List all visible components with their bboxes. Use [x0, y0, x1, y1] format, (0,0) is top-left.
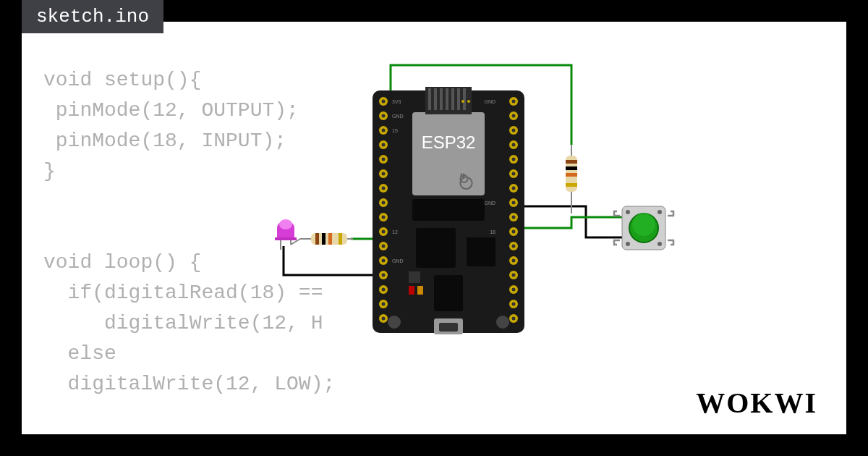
wokwi-logo: WOKWI — [696, 386, 817, 420]
circuit-diagram[interactable]: ESP32 — [268, 51, 774, 369]
svg-point-26 — [382, 114, 386, 118]
svg-rect-12 — [412, 199, 485, 221]
svg-point-76 — [512, 245, 516, 248]
svg-rect-3 — [428, 88, 431, 110]
svg-rect-113 — [566, 173, 577, 177]
resistor-left[interactable] — [300, 233, 353, 245]
svg-point-62 — [512, 143, 516, 147]
svg-text:12: 12 — [392, 229, 398, 235]
svg-rect-4 — [434, 88, 437, 110]
svg-rect-106 — [328, 233, 332, 245]
svg-point-72 — [512, 216, 516, 219]
svg-point-78 — [512, 259, 516, 263]
svg-text:GND: GND — [392, 114, 404, 119]
svg-point-68 — [512, 187, 516, 190]
svg-rect-111 — [566, 160, 577, 164]
svg-rect-112 — [566, 166, 577, 170]
svg-point-21 — [388, 316, 401, 329]
svg-rect-16 — [467, 237, 495, 266]
svg-point-22 — [496, 316, 509, 329]
svg-rect-96 — [277, 228, 294, 238]
svg-text:GND: GND — [392, 258, 404, 263]
svg-point-80 — [512, 274, 516, 277]
svg-text:GND: GND — [484, 200, 495, 206]
svg-rect-5 — [440, 88, 443, 110]
svg-rect-17 — [409, 286, 414, 295]
esp32-board[interactable]: ESP32 — [373, 87, 524, 334]
svg-rect-98 — [275, 237, 297, 240]
svg-rect-104 — [315, 233, 319, 245]
svg-point-82 — [512, 288, 516, 292]
code-line: } — [43, 160, 56, 182]
svg-point-11 — [467, 100, 470, 103]
svg-text:18: 18 — [490, 229, 495, 235]
svg-rect-9 — [463, 88, 466, 110]
board-label: ESP32 — [422, 132, 476, 152]
svg-text:3V3: 3V3 — [392, 99, 401, 104]
led-component[interactable] — [275, 219, 300, 250]
svg-rect-7 — [451, 88, 454, 110]
svg-point-84 — [512, 303, 516, 306]
svg-point-60 — [512, 129, 516, 132]
svg-point-40 — [382, 216, 386, 219]
svg-text:15: 15 — [392, 128, 398, 133]
svg-point-70 — [512, 201, 516, 205]
svg-point-54 — [382, 317, 386, 321]
wire-ground-led — [284, 246, 376, 275]
svg-rect-6 — [446, 88, 448, 110]
code-line: pinMode(12, OUTPUT); — [43, 99, 299, 122]
svg-rect-1 — [412, 112, 485, 195]
svg-point-34 — [382, 172, 386, 176]
svg-point-122 — [658, 242, 662, 246]
svg-rect-20 — [439, 323, 458, 332]
svg-point-56 — [512, 100, 516, 104]
svg-point-32 — [382, 158, 386, 161]
svg-rect-107 — [339, 233, 342, 245]
svg-point-74 — [512, 230, 516, 234]
main-canvas: sketch.ino void setup(){ pinMode(12, OUT… — [22, 22, 846, 434]
code-line: digitalWrite(12, LOW); — [43, 373, 335, 395]
svg-rect-8 — [457, 88, 460, 110]
svg-point-30 — [382, 143, 386, 147]
svg-rect-13 — [416, 228, 456, 268]
code-line: pinMode(18, INPUT); — [43, 130, 286, 152]
svg-point-10 — [461, 100, 464, 103]
svg-rect-18 — [417, 286, 423, 295]
code-line: else — [43, 342, 116, 365]
svg-point-121 — [626, 242, 630, 246]
file-tab[interactable]: sketch.ino — [22, 0, 163, 33]
svg-point-24 — [382, 100, 386, 104]
svg-point-119 — [626, 210, 630, 214]
svg-rect-15 — [434, 275, 463, 311]
svg-rect-14 — [409, 271, 420, 283]
svg-point-118 — [632, 213, 655, 236]
svg-rect-105 — [322, 233, 326, 245]
svg-point-50 — [382, 288, 386, 292]
svg-point-28 — [382, 129, 386, 132]
wire-pin18 — [517, 217, 622, 228]
svg-text:GND: GND — [484, 99, 495, 104]
svg-point-42 — [382, 230, 386, 234]
svg-point-120 — [658, 210, 662, 214]
code-line: void loop() { — [43, 251, 201, 274]
svg-point-52 — [382, 303, 386, 306]
svg-rect-114 — [566, 183, 577, 187]
svg-point-86 — [512, 317, 516, 321]
wire-ground-button — [517, 206, 622, 237]
svg-point-58 — [512, 114, 516, 118]
push-button[interactable] — [614, 206, 673, 250]
code-line: void setup(){ — [43, 69, 201, 91]
svg-point-97 — [279, 219, 292, 229]
resistor-right[interactable] — [566, 145, 577, 214]
svg-point-46 — [382, 259, 386, 263]
svg-point-48 — [382, 274, 386, 277]
svg-point-64 — [512, 158, 516, 161]
svg-point-36 — [382, 187, 386, 190]
svg-point-38 — [382, 201, 386, 205]
svg-point-66 — [512, 172, 516, 176]
svg-point-44 — [382, 245, 386, 248]
